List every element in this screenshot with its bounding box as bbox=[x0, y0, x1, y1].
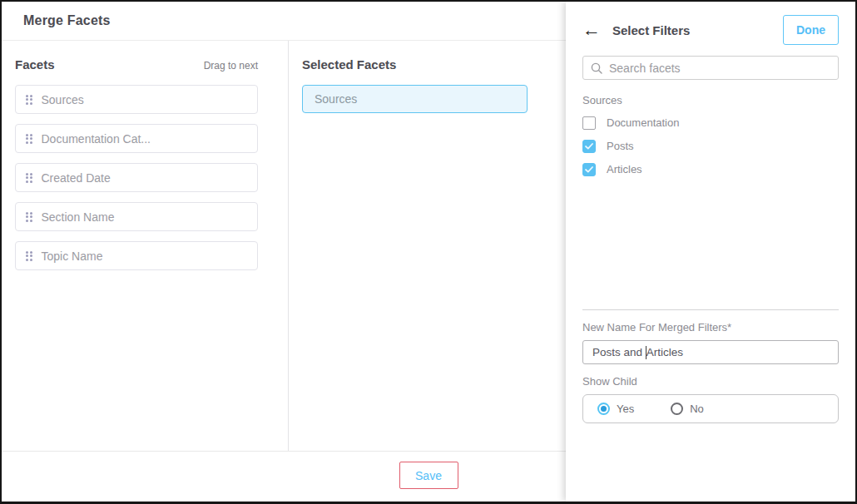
filter-option-label: Articles bbox=[607, 163, 642, 175]
radio-option-yes[interactable]: Yes bbox=[597, 403, 634, 415]
checkbox-checked-icon[interactable] bbox=[582, 163, 596, 176]
facet-item-sources[interactable]: Sources bbox=[15, 85, 258, 114]
select-filters-panel: ← Select Filters Done Sources Documentat… bbox=[566, 2, 855, 502]
drag-hint-label: Drag to next bbox=[204, 60, 258, 72]
facets-heading: Facets bbox=[15, 57, 55, 72]
selected-facets-heading: Selected Facets bbox=[302, 57, 396, 72]
checkbox-checked-icon[interactable] bbox=[582, 140, 596, 153]
facet-item-created-date[interactable]: Created Date bbox=[15, 163, 258, 192]
search-facets-box[interactable] bbox=[582, 56, 839, 80]
filter-option-label: Posts bbox=[607, 140, 634, 152]
filter-option-posts[interactable]: Posts bbox=[582, 139, 839, 153]
check-icon bbox=[585, 143, 593, 150]
facet-item-label: Created Date bbox=[42, 171, 111, 185]
facet-item-documentation-category[interactable]: Documentation Cat... bbox=[15, 124, 258, 153]
drag-handle-icon[interactable] bbox=[26, 173, 32, 183]
radio-option-no[interactable]: No bbox=[671, 403, 704, 415]
done-button[interactable]: Done bbox=[783, 15, 839, 45]
radio-option-label: Yes bbox=[617, 403, 634, 415]
drag-handle-icon[interactable] bbox=[26, 212, 32, 222]
facets-column-header: Facets Drag to next bbox=[15, 57, 258, 72]
merged-name-value-after-caret: Articles bbox=[646, 346, 683, 358]
facet-item-label: Sources bbox=[42, 93, 84, 106]
selected-facet-label: Sources bbox=[315, 92, 357, 106]
facet-item-topic-name[interactable]: Topic Name bbox=[15, 241, 258, 270]
check-icon bbox=[585, 166, 593, 173]
facet-item-label: Topic Name bbox=[42, 250, 103, 263]
radio-unselected-icon[interactable] bbox=[671, 403, 683, 415]
facet-item-section-name[interactable]: Section Name bbox=[15, 202, 258, 231]
filter-option-label: Documentation bbox=[607, 116, 679, 129]
checkbox-unchecked-icon[interactable] bbox=[582, 116, 596, 130]
search-facets-input[interactable] bbox=[609, 62, 830, 75]
merged-name-label: New Name For Merged Filters* bbox=[582, 321, 839, 334]
selected-facet-sources[interactable]: Sources bbox=[302, 85, 528, 113]
facet-item-label: Documentation Cat... bbox=[42, 132, 151, 146]
show-child-radio-group: Yes No bbox=[582, 394, 839, 423]
merged-name-value-before-caret: Posts and bbox=[592, 346, 646, 358]
merged-name-input[interactable]: Posts and Articles bbox=[582, 340, 839, 364]
filter-option-articles[interactable]: Articles bbox=[582, 162, 839, 176]
panel-divider bbox=[582, 309, 839, 310]
radio-selected-icon[interactable] bbox=[597, 403, 610, 415]
search-icon bbox=[591, 62, 602, 74]
radio-option-label: No bbox=[690, 403, 704, 415]
facet-item-label: Section Name bbox=[42, 210, 115, 224]
filters-panel-header: ← Select Filters Done bbox=[582, 15, 839, 45]
drag-handle-icon[interactable] bbox=[26, 251, 32, 261]
page-title: Merge Facets bbox=[23, 13, 111, 28]
show-child-label: Show Child bbox=[582, 375, 839, 388]
filters-panel-title: Select Filters bbox=[612, 23, 690, 37]
back-arrow-icon[interactable]: ← bbox=[582, 21, 601, 39]
save-button[interactable]: Save bbox=[399, 462, 458, 489]
filter-group-label: Sources bbox=[582, 94, 839, 106]
facets-column: Facets Drag to next Sources Documentatio… bbox=[2, 41, 289, 451]
filter-option-documentation[interactable]: Documentation bbox=[582, 116, 839, 130]
drag-handle-icon[interactable] bbox=[26, 134, 32, 144]
drag-handle-icon[interactable] bbox=[26, 95, 32, 105]
